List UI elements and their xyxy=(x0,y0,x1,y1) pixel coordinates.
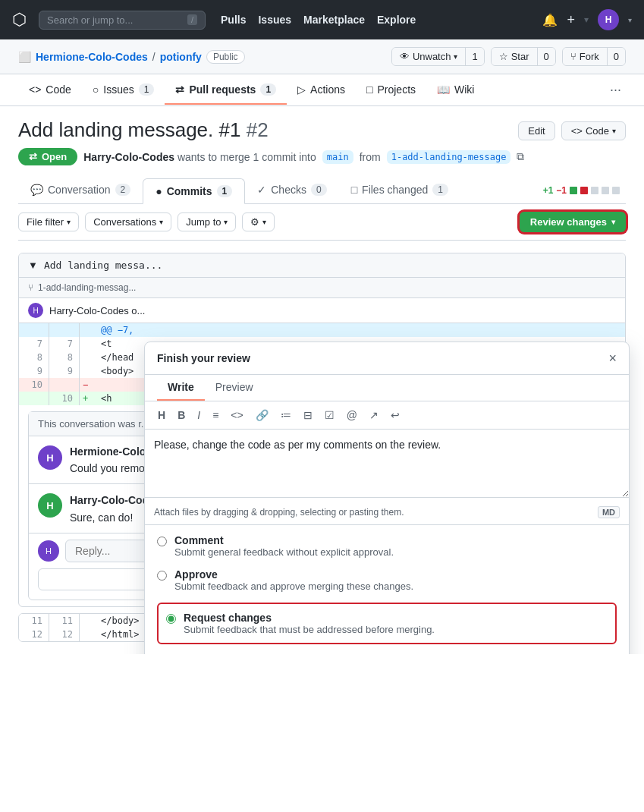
option-request-changes: Request changes Submit feedback that mus… xyxy=(157,603,617,644)
settings-chevron-icon: ▾ xyxy=(262,218,266,226)
hunk-sign xyxy=(80,323,95,337)
code-icon: <> xyxy=(29,83,41,96)
option-request-changes-radio[interactable] xyxy=(166,614,176,624)
diff-del-text: −1 xyxy=(556,185,567,196)
edit-button[interactable]: Edit xyxy=(518,121,554,140)
toolbar-ul-button[interactable]: ≔ xyxy=(277,408,295,423)
tab-files-changed[interactable]: □ Files changed 1 xyxy=(339,178,460,203)
repo-nav: <> Code ○ Issues 1 ⇄ Pull requests 1 ▷ A… xyxy=(0,74,644,106)
popup-close-button[interactable]: × xyxy=(608,351,617,365)
tab-actions[interactable]: ▷ Actions xyxy=(287,76,356,105)
eye-icon: 👁 xyxy=(400,51,410,62)
search-box[interactable]: Search or jump to... / xyxy=(39,11,206,30)
actions-icon: ▷ xyxy=(297,83,306,96)
toolbar-mention-button[interactable]: @ xyxy=(343,408,361,423)
reply-avatar: H xyxy=(38,540,59,562)
bell-icon[interactable]: 🔔 xyxy=(542,13,558,27)
pr-count: 1 xyxy=(260,83,276,96)
attach-files-bar: Attach files by dragging & dropping, sel… xyxy=(145,500,629,525)
popup-tab-preview[interactable]: Preview xyxy=(205,375,264,401)
tab-issues[interactable]: ○ Issues 1 xyxy=(82,76,165,105)
toolbar-link-button[interactable]: 🔗 xyxy=(252,408,272,423)
repo-nav-more-icon[interactable]: ··· xyxy=(605,74,626,105)
avatar-chevron-icon: ▾ xyxy=(628,16,632,24)
settings-button[interactable]: ⚙ ▾ xyxy=(242,212,275,231)
branch-feature-tag[interactable]: 1-add-landing-message xyxy=(387,150,511,164)
tab-commits[interactable]: ● Commits 1 xyxy=(143,178,245,204)
review-chevron-icon: ▾ xyxy=(611,218,615,226)
tab-checks[interactable]: ✓ Checks 0 xyxy=(245,178,338,203)
projects-icon: □ xyxy=(366,83,372,96)
nav-link-marketplace[interactable]: Marketplace xyxy=(303,14,365,26)
review-changes-button[interactable]: Review changes ▾ xyxy=(520,212,626,232)
popup-header: Finish your review × xyxy=(145,342,629,375)
toolbar-list-button[interactable]: ≡ xyxy=(209,408,222,423)
nav-avatar[interactable]: H xyxy=(598,9,619,30)
pr-title-actions: Edit <> Code ▾ xyxy=(518,121,626,140)
jump-to-button[interactable]: Jump to ▾ xyxy=(177,212,236,231)
tab-pull-requests[interactable]: ⇄ Pull requests 1 xyxy=(165,76,287,105)
nav-link-issues[interactable]: Issues xyxy=(258,14,291,26)
checks-count: 0 xyxy=(311,184,327,196)
popup-tabs: Write Preview xyxy=(145,375,629,401)
slash-key: / xyxy=(187,14,197,25)
pr-title: Add landing message. #1 #2 xyxy=(18,118,269,142)
option-comment-radio[interactable] xyxy=(157,537,167,546)
repo-name-link[interactable]: potionfy xyxy=(160,51,202,63)
diff-file-header: ▼ Add landing messa... xyxy=(19,253,625,278)
option-approve-radio[interactable] xyxy=(157,571,167,581)
diff-user-row: H Harry-Colo-Codes o... xyxy=(19,298,625,323)
branch-main-tag[interactable]: main xyxy=(322,150,353,164)
open-icon: ⇄ xyxy=(29,151,37,162)
tab-projects[interactable]: □ Projects xyxy=(356,76,426,105)
toolbar-code-button[interactable]: <> xyxy=(227,408,247,423)
unwatch-group: 👁 Unwatch ▾ 1 xyxy=(391,47,485,66)
repo-owner-link[interactable]: Hermione-Colo-Codes xyxy=(36,51,148,63)
option-comment-label: Comment xyxy=(174,534,394,546)
filter-chevron-icon: ▾ xyxy=(67,218,71,226)
toolbar-ref-button[interactable]: ↗ xyxy=(366,408,382,423)
conversations-button[interactable]: Conversations ▾ xyxy=(85,212,171,231)
diff-branch-row: ⑂ 1-add-landing-messag... xyxy=(19,278,625,298)
toolbar-ol-button[interactable]: ⊟ xyxy=(300,408,316,423)
pr-number: #2 xyxy=(247,118,269,141)
expand-icon[interactable]: ▼ xyxy=(28,260,38,271)
diff-bar-gray2 xyxy=(602,187,609,194)
popup-toolbar: H B I ≡ <> 🔗 ≔ ⊟ ☑ @ ↗ ↩ xyxy=(145,401,629,430)
option-comment: Comment Submit general feedback without … xyxy=(157,534,617,558)
option-approve: Approve Submit feedback and approve merg… xyxy=(157,568,617,592)
copy-branch-icon[interactable]: ⧉ xyxy=(517,150,524,163)
tab-code[interactable]: <> Code xyxy=(18,76,82,105)
toolbar-task-button[interactable]: ☑ xyxy=(321,408,338,423)
popup-tab-write[interactable]: Write xyxy=(157,375,205,401)
plus-icon[interactable]: + xyxy=(567,12,575,28)
md-icon: MD xyxy=(598,506,620,518)
nav-link-explore[interactable]: Explore xyxy=(377,14,416,26)
unwatch-button[interactable]: 👁 Unwatch ▾ xyxy=(392,48,467,65)
fork-button[interactable]: ⑂ Fork xyxy=(563,48,608,65)
tab-conversation[interactable]: 💬 Conversation 2 xyxy=(18,178,143,203)
option-approve-label: Approve xyxy=(174,568,413,581)
toolbar-b-button[interactable]: B xyxy=(174,408,189,423)
github-logo[interactable]: ⬡ xyxy=(12,10,27,30)
pr-meta: ⇄ Open Harry-Colo-Codes wants to merge 1… xyxy=(18,148,626,165)
diff-indicator: +1 −1 xyxy=(543,185,626,196)
comment-1-avatar: H xyxy=(38,445,62,470)
filter-bar: File filter ▾ Conversations ▾ Jump to ▾ … xyxy=(18,204,626,241)
toolbar-undo-button[interactable]: ↩ xyxy=(387,408,404,423)
code-dropdown-button[interactable]: <> Code ▾ xyxy=(561,121,626,140)
pr-icon: ⇄ xyxy=(175,83,184,96)
diff-hunk-header: @@ −7, xyxy=(19,323,625,337)
star-button[interactable]: ☆ Star xyxy=(492,48,538,65)
option-request-changes-desc: Submit feedback that must be addressed b… xyxy=(184,624,435,635)
review-textarea[interactable]: Please, change the code as per my commen… xyxy=(145,430,629,498)
file-filter-button[interactable]: File filter ▾ xyxy=(18,212,79,231)
issues-icon: ○ xyxy=(93,83,99,96)
tab-wiki[interactable]: 📖 Wiki xyxy=(426,76,485,105)
toolbar-i-button[interactable]: I xyxy=(193,408,204,423)
repo-header: ⬜ Hermione-Colo-Codes / potionfy Public … xyxy=(0,39,644,74)
toolbar-h-button[interactable]: H xyxy=(154,408,169,423)
commits-icon: ● xyxy=(156,185,162,197)
nav-link-pulls[interactable]: Pulls xyxy=(221,14,246,26)
star-icon: ☆ xyxy=(499,51,508,62)
